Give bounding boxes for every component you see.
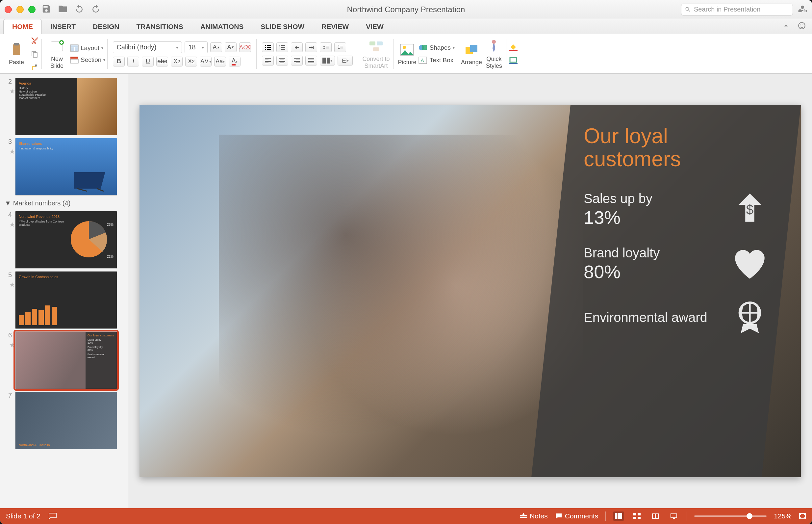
svg-rect-35 [280, 63, 284, 63]
svg-rect-6 [33, 53, 37, 57]
slide-thumbnail-2[interactable]: Agenda HistoryNew directionSustainable P… [15, 78, 117, 135]
group-paragraph: 123 ⇤ ⇥ ↕≡ ⤵≡ ▾ ⊟▾ [259, 36, 356, 71]
dollar-up-icon: $ [732, 191, 768, 227]
subscript-button[interactable]: X2 [185, 56, 197, 66]
font-size-select[interactable]: 18▾ [185, 42, 208, 53]
slide-thumbnail-5[interactable]: Growth in Contoso sales [15, 271, 117, 329]
svg-rect-11 [71, 45, 78, 47]
minimize-window-button[interactable] [16, 6, 24, 13]
normal-view-button[interactable] [613, 511, 624, 521]
svg-rect-78 [638, 513, 641, 515]
share-button[interactable] [797, 4, 807, 15]
spellcheck-button[interactable] [48, 512, 57, 520]
bullets-button[interactable] [262, 43, 274, 52]
zoom-level[interactable]: 125% [774, 512, 792, 520]
undo-icon[interactable] [74, 4, 84, 15]
search-input[interactable]: Search in Presentation [681, 4, 793, 15]
star-icon: ★ [9, 87, 15, 95]
close-window-button[interactable] [5, 6, 12, 13]
tab-view[interactable]: VIEW [357, 19, 392, 34]
search-icon [685, 6, 691, 13]
align-center-button[interactable] [276, 55, 288, 65]
slide-stat-loyalty: Brand loyalty80% [583, 245, 768, 283]
strikethrough-button[interactable]: abc [156, 56, 168, 66]
redo-icon[interactable] [91, 4, 101, 15]
thumb-number: 5 [4, 271, 15, 279]
character-spacing-button[interactable]: AV▾ [200, 56, 212, 66]
font-name-select[interactable]: Calibri (Body)▾ [113, 42, 182, 53]
slideshow-view-button[interactable] [668, 511, 679, 521]
quick-styles-button[interactable]: Quick Styles [484, 38, 504, 69]
tab-animations[interactable]: ANIMATIONS [192, 19, 252, 34]
line-spacing-button[interactable]: ↕≡ [320, 43, 332, 52]
thumb-number: 3 [4, 138, 15, 146]
clear-formatting-button[interactable]: A⌫ [239, 43, 251, 52]
fit-to-window-button[interactable] [799, 513, 806, 519]
tab-design[interactable]: DESIGN [84, 19, 128, 34]
zoom-slider[interactable] [694, 515, 766, 517]
thumb-number: 7 [4, 392, 15, 399]
new-slide-button[interactable]: New Slide [47, 38, 67, 69]
justify-button[interactable] [305, 55, 317, 65]
decrease-font-button[interactable]: A▼ [225, 43, 237, 52]
collapse-ribbon-button[interactable] [782, 21, 790, 32]
align-text-button[interactable]: ⊟▾ [338, 55, 353, 65]
slide-thumbnails-pane[interactable]: 2★ Agenda HistoryNew directionSustainabl… [0, 74, 128, 508]
window-controls [5, 6, 35, 13]
paste-button[interactable]: Paste [6, 42, 26, 66]
increase-indent-button[interactable]: ⇥ [305, 43, 317, 52]
open-icon[interactable] [58, 4, 68, 15]
svg-rect-80 [638, 517, 641, 519]
tab-review[interactable]: REVIEW [313, 19, 357, 34]
textbox-button[interactable]: A Text Box [418, 56, 454, 64]
columns-button[interactable]: ▾ [320, 55, 335, 65]
reading-view-button[interactable] [650, 511, 661, 521]
shape-outline-button[interactable] [508, 55, 518, 65]
svg-rect-28 [265, 58, 271, 59]
change-case-button[interactable]: Aa▾ [214, 56, 226, 66]
align-left-button[interactable] [262, 55, 274, 65]
slide-canvas[interactable]: Our loyal customers Sales up by13% $ Bra… [128, 74, 812, 508]
slide-thumbnail-3[interactable]: Shared values Innovation & responsibilit… [15, 138, 117, 196]
comments-button[interactable]: Comments [555, 512, 598, 520]
format-painter-button[interactable] [30, 62, 39, 72]
cut-button[interactable] [30, 36, 39, 46]
slide-thumbnail-7[interactable]: Northwind & Contoso [15, 392, 117, 449]
section-header[interactable]: ▼ Market numbers (4) [0, 197, 128, 210]
tab-transitions[interactable]: TRANSITIONS [128, 19, 192, 34]
decrease-indent-button[interactable]: ⇤ [291, 43, 303, 52]
shapes-button[interactable]: Shapes▾ [418, 44, 454, 52]
svg-rect-56 [470, 45, 477, 52]
italic-button[interactable]: I [127, 56, 139, 66]
increase-font-button[interactable]: A▲ [210, 43, 222, 52]
align-right-button[interactable] [291, 55, 303, 65]
superscript-button[interactable]: X2 [171, 56, 183, 66]
star-icon: ★ [9, 281, 15, 289]
zoom-slider-thumb[interactable] [746, 513, 752, 519]
text-direction-button[interactable]: ⤵≡ [334, 43, 346, 52]
underline-button[interactable]: U [142, 56, 154, 66]
tab-home[interactable]: HOME [3, 19, 42, 34]
save-icon[interactable] [41, 4, 51, 15]
sorter-view-button[interactable] [631, 511, 643, 521]
slide-thumbnail-4[interactable]: Northwind Revenue 2013 47% of overall sa… [15, 211, 117, 268]
maximize-window-button[interactable] [28, 6, 35, 13]
arrange-button[interactable]: Arrange [459, 42, 484, 66]
tab-slideshow[interactable]: SLIDE SHOW [252, 19, 313, 34]
copy-button[interactable] [30, 49, 39, 59]
svg-point-20 [265, 49, 266, 50]
svg-rect-31 [265, 63, 269, 63]
emoji-button[interactable] [797, 21, 806, 32]
slide-thumbnail-6[interactable]: Our loyal customersSales up by13%Brand l… [15, 331, 117, 389]
heart-icon [732, 246, 768, 282]
layout-button[interactable]: Layout▾ [70, 45, 105, 52]
tab-insert[interactable]: INSERT [42, 19, 84, 34]
section-button[interactable]: Section▾ [70, 56, 105, 64]
bold-button[interactable]: B [113, 56, 125, 66]
shape-fill-button[interactable] [508, 43, 518, 52]
notes-button[interactable]: Notes [520, 512, 548, 520]
picture-button[interactable]: Picture [396, 42, 418, 66]
ribbon: Paste New Slide Layout▾ Section▾ [0, 34, 812, 74]
numbering-button[interactable]: 123 [276, 43, 288, 52]
font-color-button[interactable]: A▾ [229, 56, 240, 66]
